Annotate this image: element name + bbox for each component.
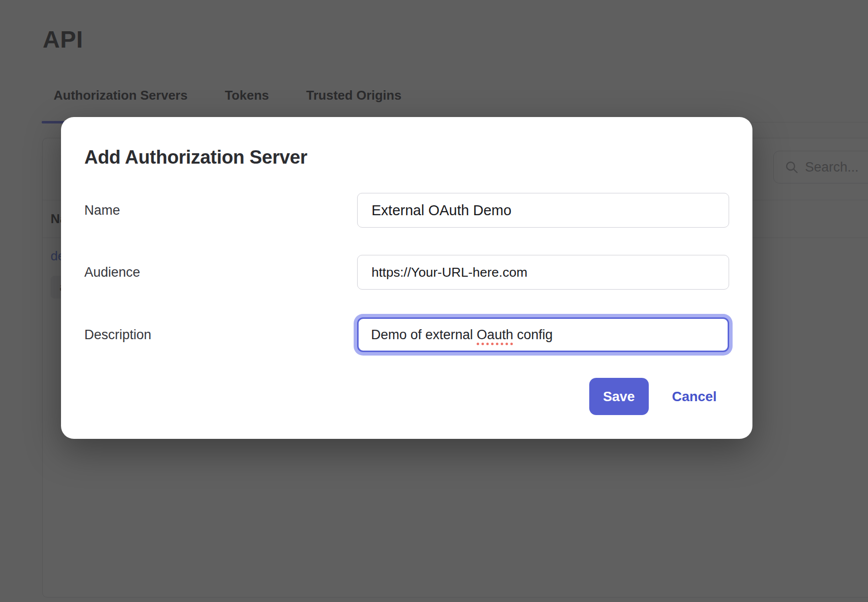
description-text: Demo of external [371,327,477,343]
description-field-row: Description Demo of external Oauth confi… [84,317,729,352]
save-button[interactable]: Save [589,378,649,415]
modal-title: Add Authorization Server [84,117,729,169]
modal-actions: Save Cancel [84,378,729,415]
audience-field-row: Audience [84,255,729,290]
description-field-label: Description [84,327,357,343]
audience-field-label: Audience [84,265,357,280]
misspelled-word: Oauth [477,327,513,343]
add-authorization-server-modal: Add Authorization Server Name Audience D… [61,117,752,439]
name-field-label: Name [84,203,357,218]
name-field[interactable] [357,193,729,228]
audience-field[interactable] [357,255,729,290]
description-field[interactable]: Demo of external Oauth config [357,317,729,352]
cancel-button[interactable]: Cancel [672,389,717,405]
name-field-row: Name [84,193,729,228]
description-text-after: config [513,327,553,343]
